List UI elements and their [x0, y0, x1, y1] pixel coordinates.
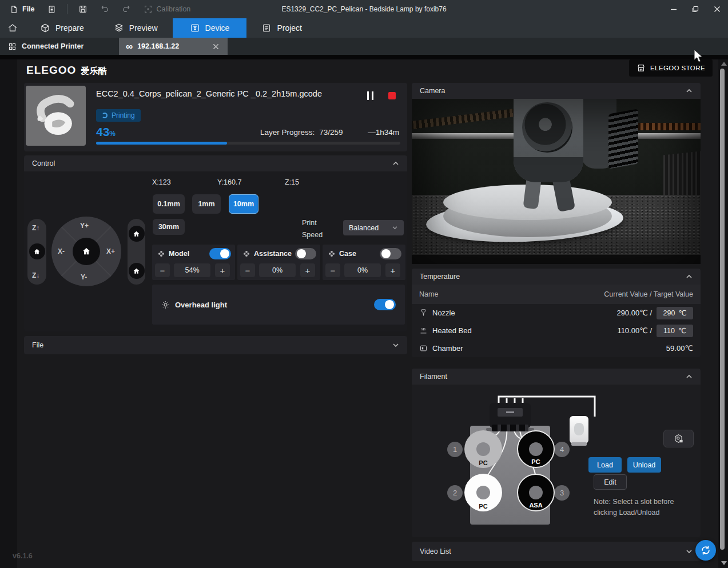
slot-1-button[interactable]: 1	[447, 442, 463, 457]
undo-button[interactable]	[95, 2, 114, 16]
file-menu[interactable]: File	[5, 3, 40, 16]
case-fan-value[interactable]: 0%	[344, 263, 381, 277]
maximize-button[interactable]	[685, 0, 706, 18]
case-fan-toggle[interactable]	[380, 248, 401, 259]
bed-target-input[interactable]: 110 ℃	[657, 325, 693, 337]
x-plus-button[interactable]: X+	[106, 247, 115, 255]
model-fan-toggle[interactable]	[209, 248, 231, 259]
filament-header[interactable]: Filament	[412, 369, 701, 385]
collapse-up-icon[interactable]	[686, 89, 693, 93]
z-up-button[interactable]: Z↑	[32, 224, 39, 232]
step-30mm-button[interactable]: 30mm	[153, 219, 185, 235]
file-section-title: File	[32, 341, 43, 349]
toggle-knob	[297, 249, 306, 258]
tab-preview-label: Preview	[129, 23, 158, 33]
x-minus-button[interactable]: X-	[58, 247, 65, 255]
file-section-header[interactable]: File	[24, 336, 407, 354]
assistance-fan-box: Assistance − 0% +	[237, 245, 320, 280]
collapse-up-icon[interactable]	[686, 374, 693, 379]
assistance-fan-plus-button[interactable]: +	[300, 263, 315, 277]
tab-device[interactable]: Device	[173, 18, 247, 38]
refresh-button[interactable]	[695, 540, 716, 561]
tab-prepare[interactable]: Prepare	[25, 18, 99, 38]
collapse-down-icon[interactable]	[686, 549, 693, 554]
print-speed-select[interactable]: Balanced	[343, 220, 404, 235]
control-header[interactable]: Control	[24, 155, 407, 171]
spool-2[interactable]: PC	[464, 474, 502, 511]
edit-button[interactable]: Edit	[594, 474, 627, 490]
spool-4[interactable]: PC	[517, 430, 555, 468]
camera-header[interactable]: Camera	[412, 83, 701, 99]
home-x-icon	[133, 230, 140, 238]
home-z-button[interactable]	[29, 243, 45, 259]
tab-project-label: Project	[277, 23, 302, 33]
camera-title: Camera	[420, 87, 445, 95]
step-10mm-button[interactable]: 10mm	[229, 194, 258, 214]
slot-4-button[interactable]: 4	[554, 442, 570, 457]
load-button[interactable]: Load	[588, 457, 622, 473]
overhead-light-toggle[interactable]	[374, 299, 396, 310]
case-fan-minus-button[interactable]: −	[325, 263, 340, 277]
scrollbar-thumb[interactable]	[720, 69, 725, 550]
model-fan-minus-button[interactable]: −	[155, 263, 170, 277]
scroll-up-icon[interactable]	[721, 62, 727, 66]
print-speed-label: Print Speed	[302, 217, 323, 241]
model-fan-plus-button[interactable]: +	[215, 263, 230, 277]
collapse-down-icon[interactable]	[392, 343, 399, 347]
z-position: Z:15	[285, 178, 299, 186]
file-menu-label: File	[22, 5, 35, 13]
home-xy-button[interactable]	[73, 238, 100, 265]
filament-settings-button[interactable]	[663, 430, 694, 447]
brand-bar: ELEGOO 爱乐酷 ELEGOO STORE	[17, 59, 718, 81]
z-down-button[interactable]: Z↓	[32, 271, 39, 279]
home-x-button[interactable]	[129, 226, 145, 242]
assistance-fan-toggle[interactable]	[295, 248, 316, 259]
close-tab-icon	[213, 43, 219, 50]
model-fan-value[interactable]: 54%	[174, 263, 210, 277]
toggle-knob	[220, 249, 229, 258]
slot-3-button[interactable]: 3	[554, 485, 570, 501]
y-plus-button[interactable]: Y+	[80, 222, 89, 230]
fan-icon	[157, 250, 165, 258]
tab-preview[interactable]: Preview	[99, 18, 173, 38]
printer-ip-tab[interactable]: ∞ 192.168.1.22	[119, 38, 228, 55]
tab-project[interactable]: Project	[246, 18, 317, 38]
calibration-button[interactable]: Calibration	[138, 2, 196, 16]
spool-3[interactable]: ASA	[517, 474, 555, 511]
nozzle-target-input[interactable]: 290 ℃	[657, 307, 693, 319]
fan-icon	[328, 250, 336, 258]
close-tab-button[interactable]	[210, 41, 221, 51]
home-button[interactable]	[0, 18, 25, 38]
spool-1[interactable]: PC	[464, 430, 502, 468]
notes-button[interactable]	[42, 3, 61, 16]
printer-tab-bar: Connected Printer ∞ 192.168.1.22	[0, 38, 728, 55]
connected-printer-button[interactable]: Connected Printer	[0, 38, 119, 55]
scroll-down-icon[interactable]	[721, 561, 727, 565]
stop-button[interactable]	[388, 92, 396, 99]
save-button[interactable]	[73, 2, 93, 16]
case-fan-plus-button[interactable]: +	[385, 263, 400, 277]
vignette	[412, 99, 701, 264]
minimize-button[interactable]	[663, 0, 685, 18]
collapse-up-icon[interactable]	[686, 274, 693, 279]
home-y-button[interactable]	[129, 263, 145, 279]
print-speed-line2: Speed	[302, 229, 323, 241]
pause-button[interactable]	[364, 91, 376, 101]
refresh-icon	[700, 545, 711, 556]
step-0.1mm-button[interactable]: 0.1mm	[153, 194, 185, 214]
chamber-current: 59.00℃	[666, 344, 693, 353]
slot-2-button[interactable]: 2	[447, 485, 463, 501]
redo-button[interactable]	[117, 2, 136, 16]
filament-settings-icon	[673, 433, 684, 444]
unload-button[interactable]: Unload	[627, 457, 661, 473]
video-list-header[interactable]: Video List	[412, 542, 701, 561]
close-button[interactable]	[706, 0, 728, 18]
assistance-fan-minus-button[interactable]: −	[240, 263, 255, 277]
home-y-icon	[133, 267, 140, 275]
temperature-header[interactable]: Temperature	[412, 269, 701, 285]
step-1mm-button[interactable]: 1mm	[192, 194, 221, 214]
y-minus-button[interactable]: Y-	[81, 273, 87, 281]
page-scrollbar[interactable]	[718, 59, 728, 568]
assistance-fan-value[interactable]: 0%	[259, 263, 296, 277]
collapse-up-icon[interactable]	[392, 161, 399, 166]
